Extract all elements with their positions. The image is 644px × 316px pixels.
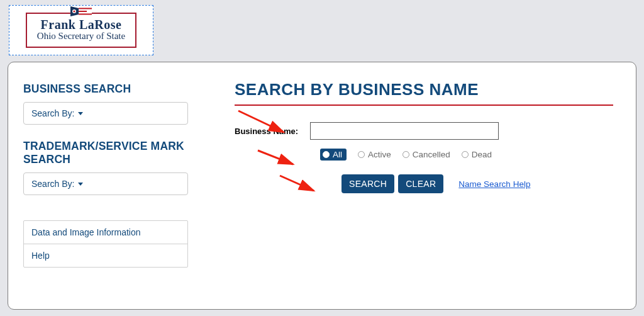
business-name-row: Business Name:	[235, 122, 621, 140]
annotation-arrow-icon	[255, 148, 299, 169]
main-panel: BUSINESS SEARCH Search By: TRADEMARK/SER…	[8, 62, 636, 310]
radio-icon	[323, 151, 330, 158]
svg-line-9	[258, 150, 293, 164]
sidebar-item-help[interactable]: Help	[24, 244, 187, 267]
chevron-down-icon	[78, 112, 83, 115]
trademark-search-by-dropdown[interactable]: Search By:	[23, 172, 188, 195]
filter-label: Dead	[472, 150, 492, 159]
business-search-heading: BUSINESS SEARCH	[23, 82, 197, 96]
clear-button[interactable]: CLEAR	[398, 174, 443, 193]
title-divider	[235, 104, 613, 106]
page-title: SEARCH BY BUSINESS NAME	[235, 80, 621, 99]
svg-rect-6	[79, 11, 87, 12]
action-row: SEARCH CLEAR Name Search Help	[341, 174, 621, 193]
dropdown-label: Search By:	[31, 108, 74, 118]
svg-rect-5	[79, 8, 92, 9]
svg-point-4	[73, 10, 75, 12]
search-button[interactable]: SEARCH	[341, 174, 394, 193]
sidebar-links: Data and Image Information Help	[23, 220, 188, 268]
business-name-input[interactable]	[310, 122, 499, 140]
dropdown-label: Search By:	[31, 179, 74, 189]
filter-all-radio[interactable]: All	[320, 149, 347, 161]
svg-rect-7	[79, 14, 92, 15]
trademark-search-heading: TRADEMARK/SERVICE MARK SEARCH	[23, 140, 197, 166]
filter-active-radio[interactable]: Active	[358, 150, 391, 159]
filter-cancelled-radio[interactable]: Cancelled	[402, 150, 450, 159]
ohio-flag-icon	[70, 6, 92, 16]
filter-label: All	[333, 150, 342, 159]
radio-icon	[402, 151, 409, 158]
filter-label: Cancelled	[413, 150, 450, 159]
svg-line-10	[280, 176, 314, 191]
business-search-by-dropdown[interactable]: Search By:	[23, 102, 188, 125]
sidebar: BUSINESS SEARCH Search By: TRADEMARK/SER…	[23, 79, 197, 298]
radio-icon	[462, 151, 469, 158]
annotation-arrow-icon	[277, 173, 321, 196]
chevron-down-icon	[78, 183, 83, 186]
site-logo[interactable]: Frank LaRose Ohio Secretary of State	[9, 5, 153, 55]
logo-subtitle: Ohio Secretary of State	[37, 31, 125, 42]
logo-name: Frank LaRose	[37, 18, 125, 32]
radio-icon	[358, 151, 365, 158]
filter-dead-radio[interactable]: Dead	[462, 150, 492, 159]
filter-label: Active	[368, 150, 391, 159]
sidebar-item-data-image[interactable]: Data and Image Information	[24, 221, 187, 244]
business-name-label: Business Name:	[235, 127, 310, 136]
name-search-help-link[interactable]: Name Search Help	[458, 179, 530, 189]
main-content: SEARCH BY BUSINESS NAME Business Name: A…	[197, 79, 621, 298]
status-filter-group: All Active Cancelled Dead	[320, 149, 621, 161]
